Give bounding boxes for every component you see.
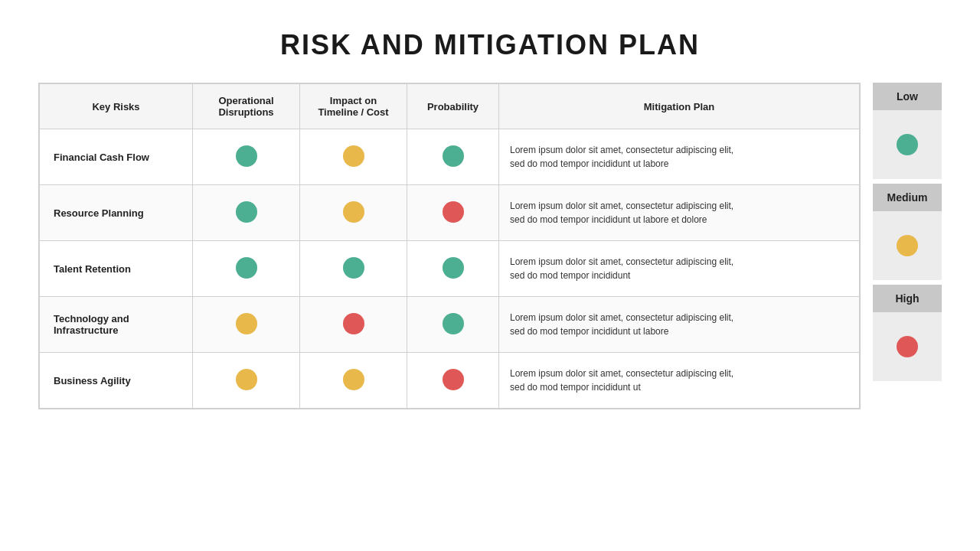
row-impact-dot-1 [300,185,407,241]
legend-sidebar: Low Medium High [873,83,942,409]
table-row: Financial Cash FlowLorem ipsum dolor sit… [40,129,860,185]
dot-operational-1 [236,201,257,223]
row-label-2: Talent Retention [40,241,193,297]
legend-high-dot [897,336,918,357]
row-label-4: Business Agility [40,353,193,409]
dot-operational-0 [236,145,257,167]
table-body: Financial Cash FlowLorem ipsum dolor sit… [40,129,860,409]
legend-low-dot [897,134,918,155]
row-operational-dot-4 [193,353,300,409]
dot-probability-3 [443,313,464,334]
legend-high: High [873,285,942,381]
col-key-risks: Key Risks [40,84,193,129]
legend-low-dot-area [873,110,942,179]
dot-impact-4 [343,369,364,390]
table-row: Business AgilityLorem ipsum dolor sit am… [40,353,860,409]
row-operational-dot-2 [193,241,300,297]
row-label-0: Financial Cash Flow [40,129,193,185]
row-probability-dot-3 [407,297,499,353]
page-title: RISK AND MITIGATION PLAN [280,29,700,61]
row-impact-dot-3 [300,297,407,353]
dot-operational-4 [236,369,257,390]
row-probability-dot-4 [407,353,499,409]
dot-impact-2 [343,257,364,279]
table-header: Key Risks OperationalDisruptions Impact … [40,84,860,129]
row-probability-dot-2 [407,241,499,297]
dot-probability-0 [443,145,464,167]
row-impact-dot-0 [300,129,407,185]
row-operational-dot-3 [193,297,300,353]
row-impact-dot-2 [300,241,407,297]
dot-impact-1 [343,201,364,223]
dot-impact-0 [343,145,364,167]
col-mitigation: Mitigation Plan [499,84,860,129]
row-impact-dot-4 [300,353,407,409]
legend-medium: Medium [873,184,942,280]
row-operational-dot-0 [193,129,300,185]
row-probability-dot-1 [407,185,499,241]
main-container: Key Risks OperationalDisruptions Impact … [38,83,942,409]
row-mitigation-0: Lorem ipsum dolor sit amet, consectetur … [499,129,860,185]
risk-table: Key Risks OperationalDisruptions Impact … [39,83,860,409]
legend-high-dot-area [873,312,942,381]
legend-high-label: High [873,285,942,312]
col-operational: OperationalDisruptions [193,84,300,129]
row-mitigation-4: Lorem ipsum dolor sit amet, consectetur … [499,353,860,409]
legend-medium-dot-area [873,211,942,280]
dot-probability-4 [443,369,464,390]
legend-low-label: Low [873,83,942,110]
dot-probability-1 [443,201,464,223]
row-mitigation-1: Lorem ipsum dolor sit amet, consectetur … [499,185,860,241]
row-operational-dot-1 [193,185,300,241]
dot-operational-3 [236,313,257,334]
table-row: Talent RetentionLorem ipsum dolor sit am… [40,241,860,297]
row-label-1: Resource Planning [40,185,193,241]
legend-medium-dot [897,235,918,256]
row-mitigation-3: Lorem ipsum dolor sit amet, consectetur … [499,297,860,353]
dot-probability-2 [443,257,464,279]
risk-table-wrapper: Key Risks OperationalDisruptions Impact … [38,83,861,409]
table-row: Technology andInfrastructureLorem ipsum … [40,297,860,353]
table-row: Resource PlanningLorem ipsum dolor sit a… [40,185,860,241]
row-mitigation-2: Lorem ipsum dolor sit amet, consectetur … [499,241,860,297]
row-probability-dot-0 [407,129,499,185]
legend-low: Low [873,83,942,179]
col-impact: Impact onTimeline / Cost [300,84,407,129]
dot-impact-3 [343,313,364,334]
legend-medium-label: Medium [873,184,942,211]
dot-operational-2 [236,257,257,279]
row-label-3: Technology andInfrastructure [40,297,193,353]
col-probability: Probability [407,84,499,129]
